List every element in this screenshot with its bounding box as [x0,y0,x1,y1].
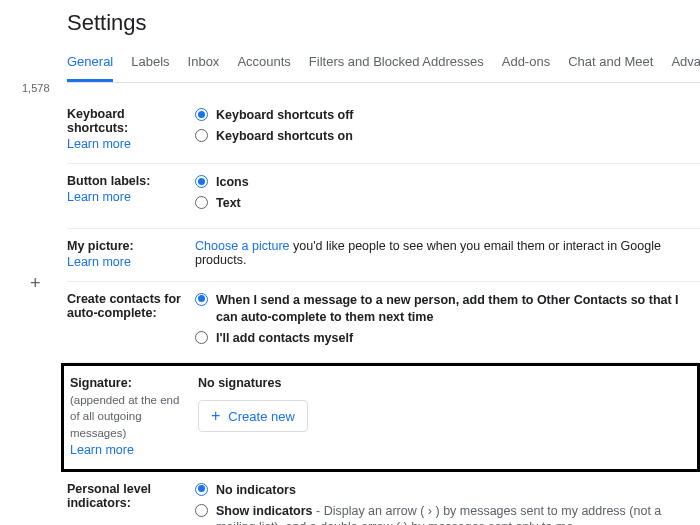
radio-keyboard-off[interactable] [195,108,208,121]
tab-general[interactable]: General [67,54,113,82]
no-signatures-text: No signatures [198,376,691,390]
content: Settings General Labels Inbox Accounts F… [67,10,700,525]
plus-icon: + [211,408,220,424]
tab-chat-meet[interactable]: Chat and Meet [568,54,653,82]
signature-learn-more[interactable]: Learn more [70,443,134,457]
settings-page: 1,578 + Settings General Labels Inbox Ac… [0,0,700,525]
choose-picture-link[interactable]: Choose a picture [195,239,290,253]
tab-labels[interactable]: Labels [131,54,169,82]
tab-filters[interactable]: Filters and Blocked Addresses [309,54,484,82]
radio-btn-text[interactable] [195,196,208,209]
row-create-contacts: Create contacts for auto-complete: When … [67,282,700,364]
signature-label: Signature: [70,376,190,390]
btn-icons-text: Icons [216,175,249,189]
tab-advanced[interactable]: Advanced [671,54,700,82]
button-labels-learn-more[interactable]: Learn more [67,190,131,204]
tab-addons[interactable]: Add-ons [502,54,550,82]
contacts-auto-text: When I send a message to a new person, a… [216,293,679,324]
radio-btn-icons[interactable] [195,175,208,188]
tab-accounts[interactable]: Accounts [237,54,290,82]
tabs: General Labels Inbox Accounts Filters an… [67,54,700,83]
create-contacts-label: Create contacts for auto-complete: [67,292,187,320]
create-new-signature-button[interactable]: + Create new [198,400,308,432]
row-my-picture: My picture: Learn more Choose a picture … [67,229,700,282]
my-picture-label: My picture: [67,239,187,253]
sidebar-count: 1,578 [22,82,50,94]
row-signature: Signature: (appended at the end of all o… [61,363,700,471]
button-labels-label: Button labels: [67,174,187,188]
compose-plus-icon[interactable]: + [30,274,41,292]
pli-none-text: No indicators [216,483,296,497]
my-picture-learn-more[interactable]: Learn more [67,255,131,269]
radio-pli-show[interactable] [195,504,208,517]
pli-show-text: Show indicators [216,504,313,518]
keyboard-shortcuts-learn-more[interactable]: Learn more [67,137,131,151]
keyboard-off-text: Keyboard shortcuts off [216,108,354,122]
radio-contacts-auto[interactable] [195,293,208,306]
btn-text-text: Text [216,196,241,210]
contacts-self-text: I'll add contacts myself [216,331,353,345]
keyboard-on-text: Keyboard shortcuts on [216,129,353,143]
row-button-labels: Button labels: Learn more Icons Text [67,164,700,229]
tab-inbox[interactable]: Inbox [188,54,220,82]
pli-label: Personal level indicators: [67,482,187,510]
radio-keyboard-on[interactable] [195,129,208,142]
keyboard-shortcuts-label: Keyboard shortcuts: [67,107,187,135]
create-new-label: Create new [228,409,294,424]
row-keyboard-shortcuts: Keyboard shortcuts: Learn more Keyboard … [67,97,700,164]
signature-subtext: (appended at the end of all outgoing mes… [70,392,190,440]
radio-pli-none[interactable] [195,483,208,496]
page-title: Settings [67,10,700,36]
radio-contacts-self[interactable] [195,331,208,344]
row-personal-level-indicators: Personal level indicators: No indicators… [67,472,700,525]
settings-rows: Keyboard shortcuts: Learn more Keyboard … [67,97,700,525]
